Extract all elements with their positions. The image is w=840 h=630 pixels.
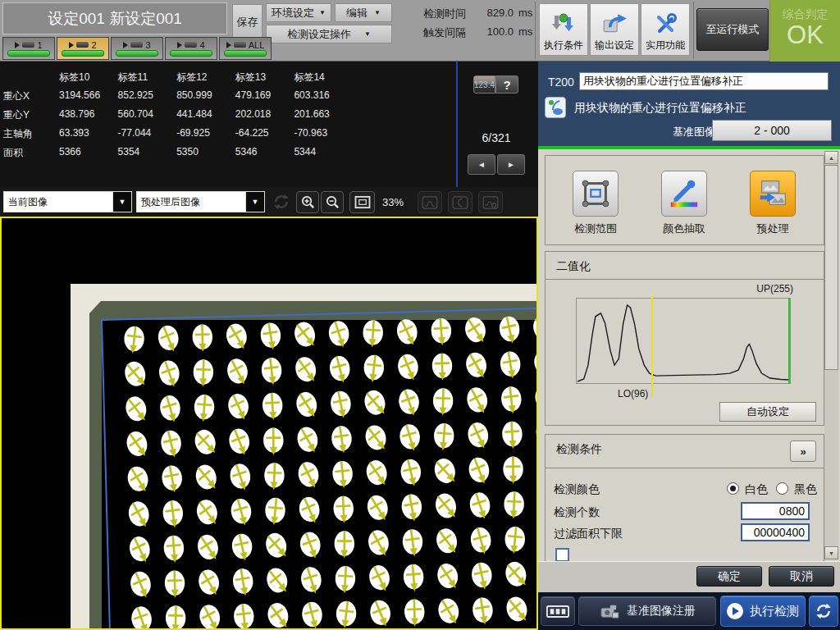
lower-threshold-label: LO(96) — [618, 388, 648, 399]
display-settings-icon — [482, 196, 499, 209]
play-icon — [727, 603, 743, 619]
processing-time-value: 829.0 — [474, 7, 514, 19]
row-label: 面积 — [3, 146, 23, 160]
table-cell: 201.663 — [294, 108, 329, 120]
position-compensation-icon — [545, 97, 566, 118]
trigger-interval-label: 触发间隔 — [423, 25, 466, 40]
camera-icon — [599, 603, 620, 619]
table-cell: 202.018 — [235, 108, 271, 120]
image-stage-select[interactable]: 预处理后图像 ▼ — [136, 191, 265, 212]
play-icon — [177, 42, 182, 48]
scene-title: 设定001 新设定001 — [2, 2, 227, 34]
upper-threshold-label: UP(255) — [731, 283, 793, 294]
run-inspection-button[interactable]: 执行检测 — [720, 596, 806, 627]
application-window: 设定001 新设定001 保存 环境设定▼ 编辑▼ 检测设定操作▼ 1 2 3 — [0, 0, 840, 630]
bar-icon — [185, 42, 197, 48]
tab-4[interactable]: 4 — [165, 37, 217, 60]
numeric-display-button[interactable]: 123.4 — [473, 75, 495, 94]
color-extraction-button[interactable] — [661, 171, 707, 217]
refresh-icon — [272, 193, 290, 214]
tab-3[interactable]: 3 — [111, 37, 163, 60]
binarization-title: 二值化 — [556, 259, 591, 274]
detection-count-input[interactable] — [741, 502, 810, 520]
switch-to-run-mode-button[interactable]: 至运行模式 — [696, 8, 769, 51]
zoom-out-button[interactable] — [321, 191, 344, 213]
histogram-tool-button[interactable] — [418, 191, 442, 213]
zoom-in-button[interactable] — [296, 191, 319, 213]
edit-menu[interactable]: 编辑▼ — [335, 3, 392, 22]
white-radio[interactable] — [727, 482, 739, 495]
profile-tool-button[interactable] — [448, 191, 472, 213]
unit-id: T200 — [548, 75, 574, 89]
table-cell: -77.044 — [118, 127, 152, 139]
table-cell: 5350 — [176, 146, 199, 158]
bar-icon — [130, 42, 143, 48]
binarization-group: 二值化 UP(255) LO(96) 自动设定 — [545, 251, 824, 426]
table-cell: 560.704 — [118, 108, 153, 120]
black-radio[interactable] — [776, 482, 788, 495]
divider — [546, 279, 824, 280]
partial-checkbox[interactable] — [555, 548, 569, 561]
bar-icon — [76, 42, 89, 48]
expand-button[interactable]: » — [790, 441, 816, 462]
output-settings-button[interactable]: 输出设定 — [590, 3, 639, 56]
scroll-up-button[interactable]: ▲ — [824, 151, 838, 164]
continuous-run-button[interactable] — [809, 596, 838, 627]
tab-2[interactable]: 2 — [57, 37, 109, 60]
tab-all[interactable]: ALL — [219, 37, 272, 60]
tools-icon — [653, 12, 678, 35]
conditions-title: 检测条件 — [556, 442, 602, 457]
tab-1[interactable]: 1 — [2, 37, 55, 60]
judgement-value: OK — [770, 22, 840, 48]
detection-region-label: 检测范围 — [559, 221, 632, 236]
unit-name-input[interactable] — [579, 72, 829, 90]
lower-threshold-line[interactable] — [651, 294, 653, 396]
table-cell: -70.963 — [294, 127, 327, 139]
image-logging-button[interactable] — [541, 596, 575, 626]
row-label: 重心X — [3, 89, 30, 103]
unit-description: 用块状物的重心进行位置偏移补正 — [574, 101, 746, 116]
white-radio-label: 白色 — [745, 482, 768, 497]
fit-to-screen-button[interactable] — [349, 191, 375, 213]
next-page-button[interactable]: ► — [497, 154, 525, 175]
filter-area-input[interactable] — [741, 523, 810, 541]
table-cell: 603.316 — [294, 89, 329, 101]
scroll-down-button[interactable]: ▼ — [824, 546, 838, 559]
environment-settings-menu[interactable]: 环境设定▼ — [266, 3, 331, 22]
panel-scrollbar[interactable]: ▲ ▼ — [824, 151, 838, 559]
utility-functions-button[interactable]: 实用功能 — [641, 3, 690, 56]
filter-area-label: 过滤面积下限 — [554, 527, 623, 541]
table-cell: 3194.566 — [59, 89, 100, 101]
reference-image-value[interactable]: 2 - 000 — [712, 120, 832, 141]
register-reference-image-button[interactable]: 基准图像注册 — [578, 596, 716, 626]
table-cell: 5366 — [59, 146, 81, 158]
column-header: 标签11 — [118, 71, 148, 84]
tools-group: 检测范围 颜色抽取 — [545, 155, 824, 245]
save-button[interactable]: 保存 — [232, 4, 262, 39]
page-indicator: 6/321 — [468, 131, 525, 144]
histogram-frame — [576, 298, 791, 384]
inspection-settings-menu[interactable]: 检测设定操作▼ — [266, 25, 392, 43]
unit-settings-panel: 检测范围 颜色抽取 — [538, 149, 840, 561]
detection-region-button[interactable] — [573, 171, 619, 217]
help-button[interactable]: ? — [495, 75, 518, 94]
upper-threshold-line[interactable] — [788, 298, 790, 384]
prev-page-button[interactable]: ◄ — [468, 154, 495, 175]
chevron-down-icon: ▼ — [374, 9, 381, 16]
play-icon — [123, 42, 128, 48]
auto-set-button[interactable]: 自动设定 — [719, 402, 816, 422]
preprocessing-button[interactable] — [750, 171, 796, 217]
display-settings-button[interactable] — [478, 191, 503, 213]
play-icon — [69, 42, 74, 48]
execution-conditions-button[interactable]: 执行条件 — [539, 3, 588, 56]
play-icon — [226, 42, 231, 48]
camera-image-viewport[interactable] — [0, 217, 538, 630]
table-cell: 63.393 — [59, 127, 89, 139]
image-source-select[interactable]: 当前图像 ▼ — [3, 191, 132, 212]
ok-button[interactable]: 确定 — [696, 566, 762, 587]
cancel-button[interactable]: 取消 — [769, 566, 834, 587]
scroll-thumb[interactable] — [824, 165, 838, 370]
loop-icon — [815, 602, 833, 620]
column-header: 标签14 — [294, 71, 324, 84]
divider — [535, 2, 536, 59]
